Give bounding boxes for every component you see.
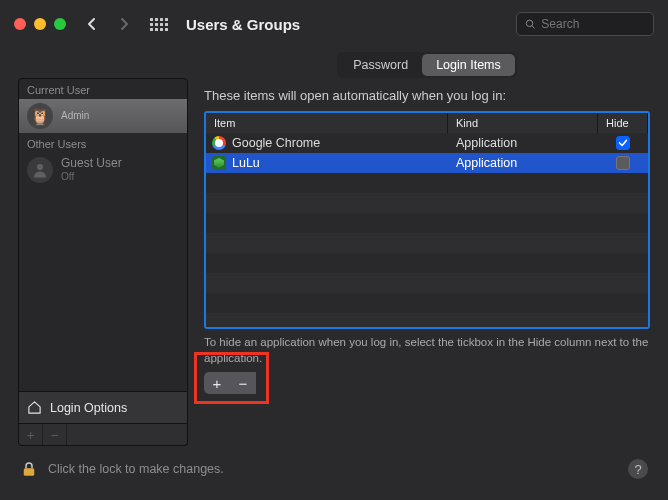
login-items-table: Item Kind Hide Google ChromeApplicationL… [204,111,650,329]
user-list: Current User 🦉 Admin Other Users Guest U… [18,78,188,392]
footer: Click the lock to make changes. ? [0,446,668,492]
table-row-empty [206,173,648,193]
remove-user-button[interactable]: − [43,424,67,445]
user-status: Off [61,171,122,183]
current-user-header: Current User [19,79,187,99]
col-item[interactable]: Item [206,113,448,133]
table-row-empty [206,253,648,273]
tab-password[interactable]: Password [339,54,422,76]
minimize-window-button[interactable] [34,18,46,30]
item-name: LuLu [232,156,260,170]
zoom-window-button[interactable] [54,18,66,30]
user-role: Admin [61,110,89,122]
item-kind: Application [448,136,598,150]
remove-login-item-button[interactable]: − [230,372,256,394]
hide-checkbox[interactable] [616,156,630,170]
avatar [27,157,53,183]
home-icon [27,400,42,415]
login-options-label: Login Options [50,401,127,415]
search-field[interactable] [516,12,654,36]
sidebar-item-current-user[interactable]: 🦉 Admin [19,99,187,133]
all-preferences-button[interactable] [150,18,168,31]
table-row-empty [206,293,648,313]
table-header: Item Kind Hide [206,113,648,133]
other-users-header: Other Users [19,133,187,153]
table-row-empty [206,213,648,233]
item-kind: Application [448,156,598,170]
table-row[interactable]: Google ChromeApplication [206,133,648,153]
back-button[interactable] [80,12,104,36]
forward-button[interactable] [112,12,136,36]
hint-text: To hide an application when you log in, … [204,335,650,366]
chrome-icon [212,136,226,150]
add-login-item-button[interactable]: + [204,372,230,394]
hide-checkbox[interactable] [616,136,630,150]
close-window-button[interactable] [14,18,26,30]
lock-text: Click the lock to make changes. [48,462,224,476]
tab-login-items[interactable]: Login Items [422,54,515,76]
login-options-button[interactable]: Login Options [18,392,188,424]
item-name: Google Chrome [232,136,320,150]
svg-point-0 [526,20,532,26]
sidebar-item-guest-user[interactable]: Guest User Off [19,153,187,187]
col-hide[interactable]: Hide [598,113,648,133]
table-row-empty [206,273,648,293]
svg-rect-3 [24,468,35,476]
table-row-empty [206,193,648,213]
intro-text: These items will open automatically when… [204,88,650,103]
sidebar: Current User 🦉 Admin Other Users Guest U… [18,78,188,446]
table-row-empty [206,233,648,253]
col-kind[interactable]: Kind [448,113,598,133]
search-input[interactable] [541,17,645,31]
table-row[interactable]: LuLuApplication [206,153,648,173]
titlebar: Users & Groups [0,0,668,48]
sidebar-add-remove: + − [18,424,188,446]
main-panel: Password Login Items These items will op… [204,48,650,446]
lulu-icon [212,156,226,170]
table-row-empty [206,313,648,327]
traffic-lights [14,18,66,30]
search-icon [525,18,535,30]
avatar: 🦉 [27,103,53,129]
add-user-button[interactable]: + [19,424,43,445]
lock-icon[interactable] [20,459,38,479]
user-name: Guest User [61,157,122,171]
tab-group: Password Login Items [337,52,517,78]
svg-point-2 [37,164,43,170]
help-button[interactable]: ? [628,459,648,479]
svg-line-1 [532,26,535,29]
window-title: Users & Groups [186,16,300,33]
